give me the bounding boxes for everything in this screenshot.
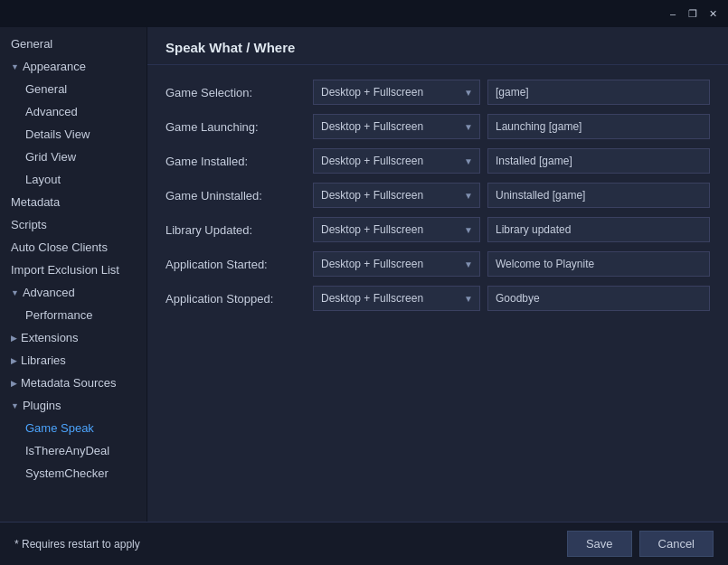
- setting-label-game-uninstalled: Game Uninstalled:: [165, 189, 306, 202]
- select-game-uninstalled[interactable]: Desktop + FullscreenDesktop OnlyFullscre…: [313, 183, 480, 208]
- sidebar-item-label-appearance-advanced: Advanced: [25, 105, 78, 118]
- cancel-button[interactable]: Cancel: [639, 531, 714, 557]
- select-library-updated[interactable]: Desktop + FullscreenDesktop OnlyFullscre…: [313, 217, 480, 242]
- setting-row-application-stopped: Application Stopped:Desktop + Fullscreen…: [165, 286, 710, 311]
- main-content: General▼AppearanceGeneralAdvancedDetails…: [0, 27, 728, 522]
- sidebar-item-label-scripts: Scripts: [11, 218, 47, 231]
- sidebar-item-system-checker[interactable]: SystemChecker: [0, 462, 147, 485]
- text-input-library-updated[interactable]: [487, 217, 710, 242]
- sidebar-item-label-metadata: Metadata: [11, 195, 60, 209]
- sidebar-item-label-game-speak: Game Speak: [25, 421, 94, 435]
- sidebar-item-label-layout: Layout: [25, 173, 61, 186]
- sidebar-item-label-extensions: Extensions: [21, 331, 79, 344]
- sidebar-item-layout[interactable]: Layout: [0, 168, 147, 191]
- sidebar-item-metadata-sources[interactable]: ▶Metadata Sources: [0, 372, 147, 394]
- text-input-application-started[interactable]: [487, 251, 710, 277]
- sidebar-item-label-import-exclusion: Import Exclusion List: [11, 263, 119, 277]
- sidebar-item-label-plugins: Plugins: [23, 399, 61, 412]
- sidebar-item-performance[interactable]: Performance: [0, 304, 147, 326]
- select-wrapper-application-started: Desktop + FullscreenDesktop OnlyFullscre…: [313, 251, 480, 277]
- setting-row-game-uninstalled: Game Uninstalled:Desktop + FullscreenDes…: [165, 183, 710, 208]
- sidebar-item-label-metadata-sources: Metadata Sources: [21, 376, 117, 390]
- sidebar-item-general[interactable]: General: [0, 33, 147, 55]
- toggle-arrow-appearance: ▼: [11, 62, 19, 71]
- bottom-bar: * Requires restart to apply Save Cancel: [0, 522, 728, 565]
- right-panel: Speak What / Where Game Selection:Deskto…: [147, 27, 728, 522]
- setting-label-application-stopped: Application Stopped:: [165, 292, 306, 306]
- sidebar-item-appearance[interactable]: ▼Appearance: [0, 55, 147, 78]
- sidebar-item-grid-view[interactable]: Grid View: [0, 146, 147, 168]
- sidebar-item-libraries[interactable]: ▶Libraries: [0, 349, 147, 372]
- sidebar-item-label-advanced: Advanced: [23, 286, 75, 299]
- sidebar-item-label-general: General: [11, 37, 52, 51]
- restart-note: * Requires restart to apply: [14, 538, 140, 551]
- sidebar-item-label-libraries: Libraries: [21, 353, 66, 367]
- sidebar-item-extensions[interactable]: ▶Extensions: [0, 326, 147, 349]
- minimize-button[interactable]: –: [665, 5, 681, 22]
- select-wrapper-application-stopped: Desktop + FullscreenDesktop OnlyFullscre…: [313, 286, 480, 311]
- panel-header: Speak What / Where: [147, 27, 728, 65]
- select-wrapper-game-selection: Desktop + FullscreenDesktop OnlyFullscre…: [313, 80, 480, 105]
- bottom-buttons: Save Cancel: [567, 531, 714, 557]
- sidebar-item-is-there-any-deal[interactable]: IsThereAnyDeal: [0, 439, 147, 462]
- setting-label-game-selection: Game Selection:: [165, 86, 306, 99]
- select-application-started[interactable]: Desktop + FullscreenDesktop OnlyFullscre…: [313, 251, 480, 277]
- toggle-arrow-metadata-sources: ▶: [11, 379, 17, 388]
- sidebar-item-scripts[interactable]: Scripts: [0, 213, 147, 236]
- select-game-selection[interactable]: Desktop + FullscreenDesktop OnlyFullscre…: [313, 80, 480, 105]
- maximize-button[interactable]: ❐: [685, 5, 701, 22]
- sidebar-item-appearance-advanced[interactable]: Advanced: [0, 100, 147, 123]
- toggle-arrow-advanced: ▼: [11, 288, 19, 297]
- select-wrapper-library-updated: Desktop + FullscreenDesktop OnlyFullscre…: [313, 217, 480, 242]
- sidebar-item-label-appearance: Appearance: [23, 60, 86, 73]
- sidebar-item-plugins[interactable]: ▼Plugins: [0, 394, 147, 417]
- select-game-launching[interactable]: Desktop + FullscreenDesktop OnlyFullscre…: [313, 114, 480, 139]
- sidebar-item-auto-close-clients[interactable]: Auto Close Clients: [0, 236, 147, 259]
- setting-row-game-installed: Game Installed:Desktop + FullscreenDeskt…: [165, 148, 710, 174]
- select-application-stopped[interactable]: Desktop + FullscreenDesktop OnlyFullscre…: [313, 286, 480, 311]
- text-input-application-stopped[interactable]: [487, 286, 710, 311]
- setting-label-library-updated: Library Updated:: [165, 223, 306, 237]
- title-bar-controls: – ❐ ✕: [665, 5, 721, 22]
- close-button[interactable]: ✕: [704, 5, 721, 22]
- sidebar-item-advanced[interactable]: ▼Advanced: [0, 281, 147, 304]
- sidebar-item-label-grid-view: Grid View: [25, 150, 76, 164]
- sidebar-item-appearance-general[interactable]: General: [0, 78, 147, 100]
- select-game-installed[interactable]: Desktop + FullscreenDesktop OnlyFullscre…: [313, 148, 480, 174]
- setting-row-library-updated: Library Updated:Desktop + FullscreenDesk…: [165, 217, 710, 242]
- text-input-game-selection[interactable]: [487, 80, 710, 105]
- text-input-game-uninstalled[interactable]: [487, 183, 710, 208]
- setting-label-game-launching: Game Launching:: [165, 120, 306, 134]
- title-bar: – ❐ ✕: [0, 0, 728, 27]
- toggle-arrow-extensions: ▶: [11, 334, 17, 343]
- setting-row-game-selection: Game Selection:Desktop + FullscreenDeskt…: [165, 80, 710, 105]
- setting-label-application-started: Application Started:: [165, 258, 306, 271]
- sidebar-item-label-system-checker: SystemChecker: [25, 466, 109, 480]
- text-input-game-installed[interactable]: [487, 148, 710, 174]
- toggle-arrow-plugins: ▼: [11, 401, 19, 410]
- sidebar-item-label-auto-close-clients: Auto Close Clients: [11, 240, 108, 254]
- select-wrapper-game-installed: Desktop + FullscreenDesktop OnlyFullscre…: [313, 148, 480, 174]
- select-wrapper-game-uninstalled: Desktop + FullscreenDesktop OnlyFullscre…: [313, 183, 480, 208]
- sidebar-item-label-is-there-any-deal: IsThereAnyDeal: [25, 444, 109, 457]
- setting-row-application-started: Application Started:Desktop + Fullscreen…: [165, 251, 710, 277]
- panel-body: Game Selection:Desktop + FullscreenDeskt…: [147, 65, 728, 522]
- sidebar-item-details-view[interactable]: Details View: [0, 123, 147, 146]
- sidebar-item-label-appearance-general: General: [25, 82, 67, 96]
- sidebar: General▼AppearanceGeneralAdvancedDetails…: [0, 27, 147, 522]
- sidebar-item-import-exclusion[interactable]: Import Exclusion List: [0, 259, 147, 281]
- select-wrapper-game-launching: Desktop + FullscreenDesktop OnlyFullscre…: [313, 114, 480, 139]
- sidebar-item-label-performance: Performance: [25, 308, 92, 322]
- setting-label-game-installed: Game Installed:: [165, 155, 306, 168]
- toggle-arrow-libraries: ▶: [11, 356, 17, 365]
- save-button[interactable]: Save: [567, 531, 632, 557]
- text-input-game-launching[interactable]: [487, 114, 710, 139]
- sidebar-item-label-details-view: Details View: [25, 127, 90, 141]
- sidebar-item-game-speak[interactable]: Game Speak: [0, 417, 147, 439]
- sidebar-item-metadata[interactable]: Metadata: [0, 191, 147, 213]
- panel-title: Speak What / Where: [165, 40, 710, 55]
- setting-row-game-launching: Game Launching:Desktop + FullscreenDeskt…: [165, 114, 710, 139]
